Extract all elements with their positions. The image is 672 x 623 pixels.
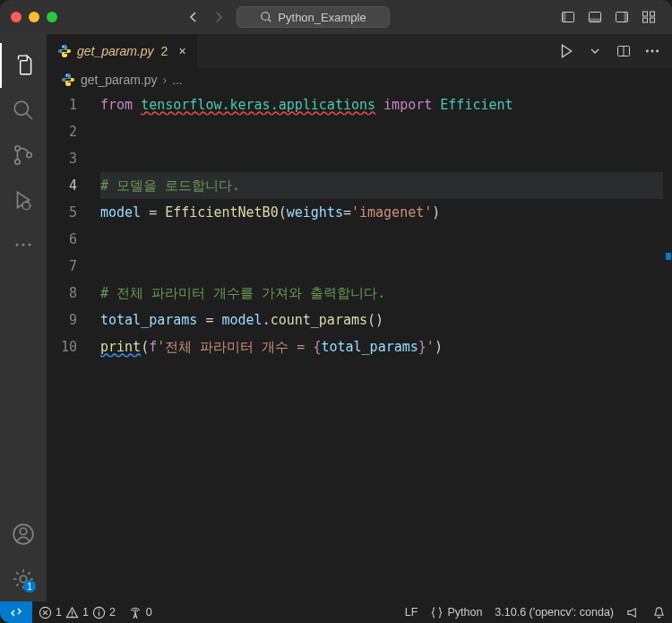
svg-point-16 (16, 244, 19, 247)
svg-point-23 (65, 56, 66, 56)
nav-forward-button[interactable] (208, 6, 229, 28)
svg-rect-10 (650, 18, 655, 22)
more-actions-button[interactable] (640, 39, 665, 64)
radio-tower-icon (128, 605, 142, 619)
code-line: model = EfficientNetB0(weights='imagenet… (100, 199, 663, 226)
language-mode: Python (447, 606, 482, 619)
svg-point-11 (14, 101, 28, 115)
breadcrumb-ellipsis: ... (172, 73, 183, 87)
interpreter-value: 3.10.6 ('opencv': conda) (495, 606, 614, 619)
run-debug-tab[interactable] (0, 177, 47, 222)
info-count: 2 (109, 606, 116, 619)
code-editor[interactable]: 1 2 3 4 5 6 7 8 9 10 from tensorflow.ker… (47, 91, 672, 601)
close-window-button[interactable] (11, 12, 22, 22)
run-file-button[interactable] (554, 39, 579, 64)
code-line (100, 226, 663, 253)
editor-tab[interactable]: get_param.py 2 × (47, 34, 198, 68)
feedback-button[interactable] (620, 601, 646, 623)
code-line (100, 253, 663, 280)
python-file-icon (57, 44, 72, 58)
braces-icon (430, 606, 444, 619)
more-views-button[interactable] (0, 222, 47, 267)
activity-bar: 1 (0, 34, 47, 601)
svg-point-27 (651, 50, 654, 53)
explorer-tab[interactable] (0, 43, 47, 88)
editor-actions (554, 39, 672, 64)
notifications-button[interactable] (646, 601, 672, 623)
overview-ruler[interactable] (663, 91, 672, 601)
language-mode-status[interactable]: Python (424, 601, 488, 623)
svg-point-12 (15, 146, 20, 151)
problems-status[interactable]: 1 1 2 (32, 601, 122, 623)
code-content[interactable]: from tensorflow.keras.applications impor… (100, 91, 663, 601)
line-number: 4 (47, 172, 77, 199)
tab-close-button[interactable]: × (178, 44, 185, 58)
svg-point-29 (66, 74, 67, 75)
ports-status[interactable]: 0 (122, 601, 159, 623)
code-line: # 모델을 로드합니다. (100, 172, 663, 199)
accounts-button[interactable] (0, 512, 47, 557)
customize-layout-button[interactable] (636, 4, 661, 30)
code-line: from tensorflow.keras.applications impor… (100, 91, 663, 118)
svg-point-0 (262, 13, 270, 21)
svg-point-30 (69, 84, 70, 85)
python-file-icon (61, 73, 75, 87)
svg-rect-8 (650, 12, 655, 16)
minimize-window-button[interactable] (29, 12, 39, 22)
svg-point-17 (22, 244, 25, 247)
svg-point-37 (134, 611, 136, 613)
svg-rect-9 (643, 18, 648, 22)
maximize-window-button[interactable] (47, 12, 57, 22)
code-line: # 전체 파라미터 개수를 가져와 출력합니다. (100, 280, 663, 307)
breadcrumb[interactable]: get_param.py › ... (47, 68, 672, 91)
svg-rect-2 (563, 13, 566, 22)
overview-marker (666, 253, 671, 260)
error-count: 1 (56, 606, 62, 619)
split-editor-button[interactable] (611, 39, 636, 64)
code-line: total_params = model.count_params() (100, 307, 663, 333)
eol-status[interactable]: LF (399, 601, 425, 623)
remote-indicator[interactable] (0, 601, 32, 623)
breadcrumb-file: get_param.py (81, 73, 158, 87)
toggle-panel-button[interactable] (582, 4, 607, 30)
svg-point-13 (15, 160, 20, 164)
window-controls (11, 12, 57, 22)
line-number: 5 (47, 199, 77, 226)
command-center-label: Python_Example (278, 11, 366, 24)
svg-rect-4 (590, 19, 601, 22)
toggle-primary-sidebar-button[interactable] (556, 4, 581, 30)
tab-problem-count: 2 (161, 44, 168, 58)
code-line (100, 145, 663, 172)
svg-point-26 (646, 50, 649, 53)
line-number: 3 (47, 145, 77, 172)
settings-badge: 1 (23, 580, 36, 593)
run-dropdown-button[interactable] (582, 39, 607, 64)
svg-point-18 (29, 244, 31, 247)
line-number: 1 (47, 91, 77, 118)
svg-rect-7 (643, 12, 648, 16)
svg-point-28 (656, 50, 659, 53)
error-icon (39, 606, 52, 619)
line-number: 10 (47, 333, 77, 360)
line-number: 9 (47, 307, 77, 333)
bell-icon (652, 606, 666, 619)
tab-filename: get_param.py (77, 44, 154, 58)
source-control-tab[interactable] (0, 133, 47, 177)
search-icon (260, 11, 272, 23)
svg-rect-6 (625, 13, 628, 22)
search-tab[interactable] (0, 88, 47, 133)
breadcrumb-separator: › (163, 73, 168, 87)
nav-arrows (183, 6, 229, 28)
toggle-secondary-sidebar-button[interactable] (609, 4, 634, 30)
settings-button[interactable]: 1 (0, 557, 47, 601)
warning-count: 1 (82, 606, 89, 619)
megaphone-icon (626, 606, 640, 619)
line-number: 8 (47, 280, 77, 307)
line-number: 7 (47, 253, 77, 280)
command-center[interactable]: Python_Example (237, 6, 390, 28)
python-interpreter-status[interactable]: 3.10.6 ('opencv': conda) (488, 601, 620, 623)
line-number: 6 (47, 226, 77, 253)
svg-point-20 (20, 528, 27, 535)
info-icon (92, 606, 106, 619)
nav-back-button[interactable] (183, 6, 204, 28)
